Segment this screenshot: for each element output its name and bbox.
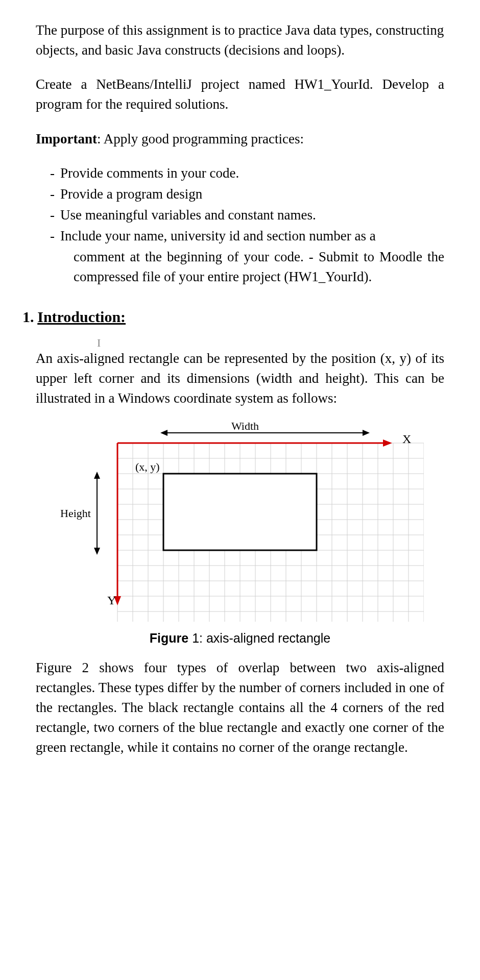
list-item: - Provide a program design	[50, 184, 444, 204]
x-axis-label: X	[402, 432, 411, 446]
list-text: Include your name, university id and sec…	[60, 226, 444, 246]
list-item: - Include your name, university id and s…	[50, 226, 444, 246]
figure-1: Width X Y (x, y) Height Figure 1: axis-a…	[36, 423, 444, 647]
important-rest: : Apply good programming practices:	[97, 131, 304, 146]
section-heading: 1. Introduction:	[22, 306, 444, 328]
figure-caption: Figure 1: axis-aligned rectangle	[150, 629, 330, 647]
xy-point-label: (x, y)	[135, 460, 160, 473]
text-cursor-icon: I	[97, 340, 444, 346]
introduction-paragraph: An axis-aligned rectangle can be represe…	[36, 349, 444, 408]
dash-icon: -	[50, 226, 60, 246]
intro-paragraph-2: Create a NetBeans/IntelliJ project named…	[36, 75, 444, 114]
list-text: Provide a program design	[60, 184, 444, 204]
important-label: Important	[36, 131, 97, 146]
caption-text: 1: axis-aligned rectangle	[188, 631, 330, 645]
important-line: Important: Apply good programming practi…	[36, 129, 444, 149]
list-item: - Provide comments in your code.	[50, 163, 444, 183]
heading-number: 1.	[22, 308, 34, 325]
list-item: - Use meaningful variables and constant …	[50, 205, 444, 225]
list-item-continuation: comment at the beginning of your code. -…	[74, 247, 444, 287]
svg-marker-34	[383, 439, 392, 447]
svg-marker-42	[94, 472, 100, 479]
svg-marker-43	[94, 548, 100, 555]
dash-icon: -	[50, 205, 60, 225]
svg-marker-40	[363, 430, 370, 436]
closing-paragraph: Figure 2 shows four types of overlap bet…	[36, 658, 444, 758]
height-label: Height	[60, 507, 91, 520]
intro-paragraph-1: The purpose of this assignment is to pra…	[36, 20, 444, 60]
y-axis-label: Y	[107, 594, 116, 607]
practices-list: - Provide comments in your code. - Provi…	[50, 163, 444, 287]
list-text: Provide comments in your code.	[60, 163, 444, 183]
heading-title: Introduction:	[37, 308, 126, 325]
dash-icon: -	[50, 163, 60, 183]
svg-marker-39	[160, 430, 167, 436]
list-text: comment at the beginning of your code. -…	[74, 247, 444, 287]
svg-rect-37	[163, 474, 317, 550]
width-label: Width	[231, 423, 259, 432]
caption-prefix: Figure	[150, 631, 188, 645]
coordinate-diagram: Width X Y (x, y) Height	[56, 423, 424, 622]
dash-icon: -	[50, 184, 60, 204]
list-text: Use meaningful variables and constant na…	[60, 205, 444, 225]
